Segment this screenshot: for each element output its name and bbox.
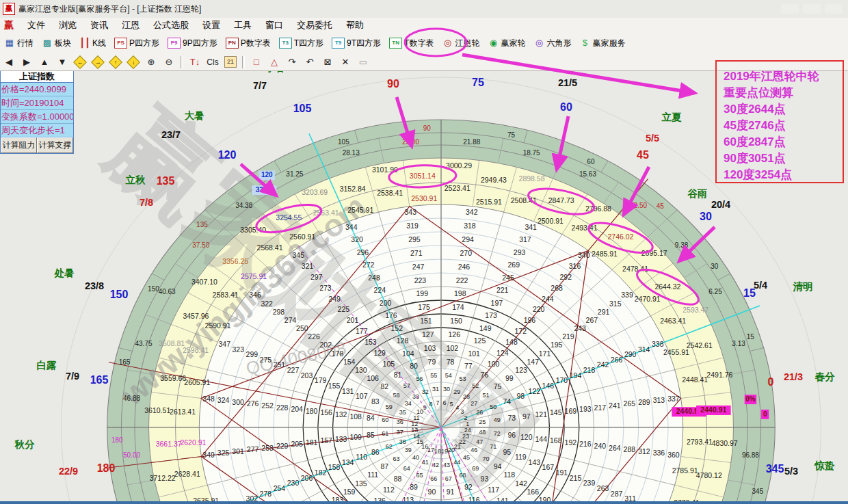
wheel-label: 76 bbox=[481, 371, 489, 379]
wheel-label: 252 bbox=[261, 401, 274, 410]
wheel-label: 3661.37 bbox=[156, 440, 182, 448]
rotate-cw-icon[interactable]: ↷ bbox=[284, 55, 300, 69]
wheel-label: 205 bbox=[291, 440, 303, 448]
triangle-tool-icon[interactable]: △ bbox=[266, 55, 282, 69]
wheel-label: 3407.10 bbox=[191, 278, 217, 286]
sort-icon[interactable]: T↓ bbox=[187, 55, 203, 69]
wheel-label: 68 bbox=[460, 472, 466, 479]
wheel-label: 297 bbox=[310, 273, 323, 281]
pan-down-icon[interactable]: ↓ bbox=[125, 55, 142, 69]
wheel-label: 9 bbox=[423, 404, 427, 411]
pan-up-icon[interactable]: ↑ bbox=[107, 55, 124, 69]
wheel-label: 144 bbox=[535, 435, 548, 443]
cls-button[interactable]: Cls bbox=[204, 55, 221, 69]
wheel-label: 108 bbox=[349, 412, 362, 421]
wheel-label: 91 bbox=[447, 488, 455, 496]
wheel-label: 25 bbox=[479, 419, 486, 425]
toolbar-item-P四方形[interactable]: PSP四方形 bbox=[110, 35, 163, 51]
next-page-icon[interactable]: ▼ bbox=[54, 55, 70, 69]
menu-item-5[interactable]: 设置 bbox=[196, 19, 227, 31]
wheel-label: 105 bbox=[338, 138, 349, 146]
wheel-label: 2493.41 bbox=[572, 224, 598, 232]
menu-item-9[interactable]: 帮助 bbox=[339, 19, 371, 31]
zoom-out-icon[interactable]: ⊖ bbox=[161, 55, 177, 69]
wheel-label: 33 bbox=[412, 393, 419, 400]
wheel-label: 145 bbox=[550, 408, 562, 416]
wheel-label: 197 bbox=[491, 299, 503, 307]
wheel-label: 25.00 bbox=[402, 138, 419, 146]
wheel-label: 2485.91 bbox=[592, 250, 618, 258]
solar-term-label: 立秋 bbox=[125, 174, 146, 185]
close-button[interactable] bbox=[825, 4, 843, 14]
zoom-in-icon[interactable]: ⊕ bbox=[143, 55, 159, 69]
toolbar-item-label: 六角形 bbox=[546, 38, 571, 49]
menu-item-8[interactable]: 交易委托 bbox=[290, 19, 339, 31]
center-x-icon[interactable]: ✕ bbox=[337, 55, 354, 69]
calendar-icon[interactable]: 21 bbox=[222, 55, 239, 69]
toolbar-item-行情[interactable]: ▦行情 bbox=[0, 35, 38, 51]
wheel-label: 42 bbox=[432, 462, 439, 468]
wheel-label: 53 bbox=[460, 375, 466, 382]
wheel-label: 194 bbox=[570, 371, 582, 380]
wheel-label: 239 bbox=[583, 479, 596, 487]
toolbar-item-9T四方形[interactable]: T99T四方形 bbox=[328, 35, 385, 51]
wheel-label: 2575.91 bbox=[241, 272, 267, 280]
wheel-label: 217 bbox=[594, 403, 607, 412]
wheel-label: 67 bbox=[445, 475, 452, 482]
toolbar-item-赢家轮[interactable]: ◉赢家轮 bbox=[483, 35, 529, 51]
toolbar-item-label: 赢家轮 bbox=[501, 38, 525, 49]
wheel-label: 0% bbox=[745, 395, 756, 403]
wheel-label: 320 bbox=[351, 235, 363, 243]
toolbar-item-9P四方形[interactable]: P99P四方形 bbox=[163, 35, 222, 51]
wheel-label: 46.88 bbox=[123, 395, 140, 402]
wheel-label: 46 bbox=[471, 447, 477, 453]
wheel-label: 40.63 bbox=[159, 288, 176, 295]
toolbar-item-六角形[interactable]: ◎六角形 bbox=[529, 35, 575, 51]
toolbar-item-K线[interactable]: ┃┃K线 bbox=[75, 35, 110, 51]
menu-item-4[interactable]: 公式选股 bbox=[146, 19, 196, 31]
toolbar-item-T四方形[interactable]: T3T四方形 bbox=[275, 35, 328, 51]
screen-icon[interactable]: ▭ bbox=[355, 55, 371, 69]
menu-item-2[interactable]: 资讯 bbox=[83, 19, 115, 31]
menu-item-1[interactable]: 浏览 bbox=[52, 19, 83, 31]
wheel-label: 122 bbox=[529, 387, 541, 395]
toolbar-item-板块[interactable]: ▩板块 bbox=[38, 35, 75, 51]
wheel-label: 23 bbox=[462, 433, 469, 440]
wheel-label: 20/4 bbox=[711, 199, 730, 210]
calc-button-1[interactable]: 计算支撑 bbox=[37, 137, 73, 153]
pan-left-icon[interactable]: ← bbox=[72, 55, 88, 69]
maximize-button[interactable] bbox=[803, 4, 821, 14]
forward-icon[interactable]: ▶ bbox=[18, 55, 35, 69]
wheel-label: 263 bbox=[597, 484, 609, 492]
menu-item-0[interactable]: 文件 bbox=[21, 19, 52, 31]
back-icon[interactable]: ◀ bbox=[1, 55, 17, 69]
pan-right-icon[interactable]: → bbox=[90, 55, 106, 69]
toolbar-item-江恩轮[interactable]: ◎江恩轮 bbox=[438, 35, 483, 51]
calc-button-0[interactable]: 计算阻力 bbox=[1, 137, 37, 153]
wheel-label: 71 bbox=[490, 443, 496, 450]
grid-icon: ▦ bbox=[4, 38, 15, 49]
wheel-label: 32 bbox=[422, 388, 429, 395]
wheel-label: 2695.17 bbox=[641, 249, 667, 257]
wheel-label: 26 bbox=[476, 409, 483, 416]
box-x-icon[interactable]: ⊠ bbox=[319, 55, 336, 69]
menu-item-7[interactable]: 窗口 bbox=[259, 19, 290, 31]
wheel-label: 176 bbox=[385, 311, 397, 319]
wheel-label: 2785.91 bbox=[672, 466, 698, 475]
wheel-label: 175 bbox=[418, 303, 430, 311]
toolbar-item-P数字表[interactable]: PNP数字表 bbox=[222, 35, 275, 51]
wheel-label: 77 bbox=[464, 362, 473, 370]
wheel-label: 135 bbox=[355, 479, 367, 488]
wheel-label: 15.63 bbox=[579, 170, 596, 178]
minimize-button[interactable] bbox=[781, 4, 799, 14]
prev-page-icon[interactable]: ▲ bbox=[36, 55, 53, 69]
rotate-ccw-icon[interactable]: ↶ bbox=[302, 55, 318, 69]
toolbar-item-T数字表[interactable]: TNT数字表 bbox=[385, 35, 438, 51]
square-tool-icon[interactable]: □ bbox=[248, 55, 265, 69]
wheel-label: 2560.91 bbox=[289, 233, 315, 241]
menu-item-6[interactable]: 工具 bbox=[227, 19, 259, 31]
menu-item-3[interactable]: 江恩 bbox=[115, 19, 146, 31]
wheel-label: 337 bbox=[667, 395, 680, 403]
toolbar-item-赢家服务[interactable]: $赢家服务 bbox=[575, 35, 629, 51]
index-info-panel: 上证指数 价格=2440.9099时间=20190104变换系数=1.00000… bbox=[0, 70, 74, 154]
